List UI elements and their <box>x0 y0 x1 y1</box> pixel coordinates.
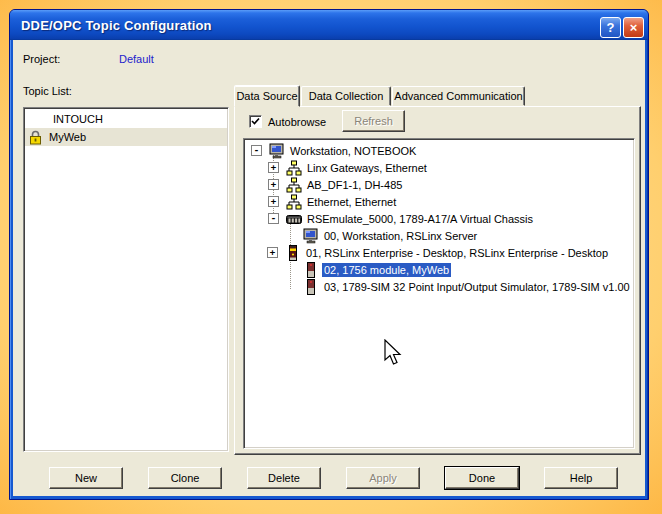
delete-button[interactable]: Delete <box>247 467 321 489</box>
close-button[interactable]: × <box>623 17 644 38</box>
topic-item-label: MyWeb <box>47 131 86 143</box>
refresh-button[interactable]: Refresh <box>342 110 405 132</box>
tree-label: 01, RSLinx Enterprise - Desktop, RSLinx … <box>304 246 610 260</box>
topic-listbox[interactable]: INTOUCH MyWeb <box>23 107 229 452</box>
tab-data-collection[interactable]: Data Collection <box>301 86 391 106</box>
collapse-box-icon[interactable]: - <box>251 145 262 156</box>
tree-row-workstation-notebook[interactable]: - Workstation, NOTEBOOK <box>246 142 632 159</box>
mouse-cursor <box>384 339 404 369</box>
help-titlebar-button[interactable]: ? <box>600 17 621 38</box>
dialog-window: DDE/OPC Topic Configuration ? × Project:… <box>9 9 649 500</box>
tree-label: RSEmulate_5000, 1789-A17/A Virtual Chass… <box>305 212 535 226</box>
topic-item-label: INTOUCH <box>51 113 103 125</box>
enterprise-module-icon <box>285 245 301 261</box>
workstation-icon <box>303 228 319 244</box>
network-icon <box>286 160 302 176</box>
collapse-box-icon[interactable]: - <box>268 213 279 224</box>
dialog-client-area: Project: Default Topic List: INTOUCH MyW… <box>13 40 645 496</box>
expand-box-icon[interactable]: + <box>268 162 279 173</box>
project-value[interactable]: Default <box>119 53 154 65</box>
tree-label: 03, 1789-SIM 32 Point Input/Output Simul… <box>322 280 632 294</box>
new-button[interactable]: New <box>49 467 123 489</box>
topic-list-label: Topic List: <box>23 85 72 97</box>
project-label: Project: <box>23 53 60 65</box>
clone-button[interactable]: Clone <box>148 467 222 489</box>
module-icon <box>303 279 319 295</box>
done-button[interactable]: Done <box>445 467 519 489</box>
tree-row-03-1789-sim[interactable]: 03, 1789-SIM 32 Point Input/Output Simul… <box>246 278 632 295</box>
autobrowse-label: Autobrowse <box>268 116 326 128</box>
tree-label: 02, 1756 module, MyWeb <box>322 263 451 277</box>
autobrowse-checkbox[interactable] <box>249 115 262 128</box>
network-icon <box>286 194 302 210</box>
chassis-icon <box>286 211 302 227</box>
module-icon <box>303 262 319 278</box>
lock-icon <box>28 130 43 145</box>
expand-box-icon[interactable]: + <box>268 196 279 207</box>
tree-row-02-1756-module-myweb[interactable]: 02, 1756 module, MyWeb <box>246 261 632 278</box>
title-bar[interactable]: DDE/OPC Topic Configuration ? × <box>10 10 648 40</box>
apply-button[interactable]: Apply <box>346 467 420 489</box>
tree-row-01-rslinx-enterprise[interactable]: + 01, RSLinx Enterprise - Desktop, RSLin… <box>246 244 632 261</box>
tree-label: 00, Workstation, RSLinx Server <box>322 229 479 243</box>
workstation-icon <box>269 143 285 159</box>
tree-label: Workstation, NOTEBOOK <box>288 144 418 158</box>
tree-row-linx-gateways[interactable]: + Linx Gateways, Ethernet <box>246 159 632 176</box>
tab-data-source[interactable]: Data Source <box>234 85 300 107</box>
window-title: DDE/OPC Topic Configuration <box>10 18 212 33</box>
help-button[interactable]: Help <box>544 467 618 489</box>
tree-label: Linx Gateways, Ethernet <box>305 161 429 175</box>
tab-advanced-communication[interactable]: Advanced Communication <box>392 86 525 106</box>
tab-control: Data Source Data Collection Advanced Com… <box>234 85 641 455</box>
device-tree[interactable]: - Workstation, NOTEBOOK <box>243 138 635 449</box>
tree-label: Ethernet, Ethernet <box>305 195 398 209</box>
topic-list-item-intouch[interactable]: INTOUCH <box>25 110 227 128</box>
tree-row-ab-df1[interactable]: + AB_DF1-1, DH-485 <box>246 176 632 193</box>
tree-row-ethernet[interactable]: + Ethernet, Ethernet <box>246 193 632 210</box>
network-icon <box>286 177 302 193</box>
checkmark-icon <box>251 117 260 126</box>
expand-box-icon[interactable]: + <box>268 179 279 190</box>
tree-label: AB_DF1-1, DH-485 <box>305 178 404 192</box>
autobrowse-checkbox-row[interactable]: Autobrowse <box>249 115 326 128</box>
expand-box-icon[interactable]: + <box>267 247 278 258</box>
topic-list-item-myweb[interactable]: MyWeb <box>25 128 227 146</box>
tree-row-00-workstation[interactable]: 00, Workstation, RSLinx Server <box>246 227 632 244</box>
tree-row-rsemulate-5000[interactable]: - RSEmulate_5000, 1789-A17/A Virtual <box>246 210 632 227</box>
orange-glow-frame: DDE/OPC Topic Configuration ? × Project:… <box>0 0 662 514</box>
data-source-tab-page: Autobrowse Refresh - <box>234 106 641 455</box>
tree-content: - Workstation, NOTEBOOK <box>246 141 632 446</box>
